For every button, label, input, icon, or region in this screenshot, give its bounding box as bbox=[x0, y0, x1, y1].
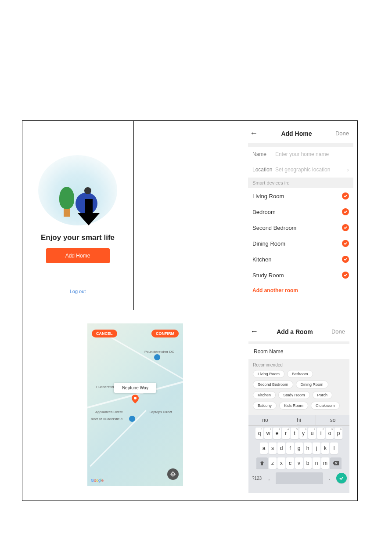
confirm-button[interactable]: CONFIRM bbox=[151, 330, 179, 337]
key-s[interactable]: s bbox=[269, 443, 277, 454]
key-period[interactable]: . bbox=[324, 476, 335, 481]
suggestion[interactable]: no bbox=[248, 415, 282, 425]
room-label: Bedroom bbox=[252, 209, 276, 215]
room-label: Second Bedroom bbox=[252, 225, 296, 231]
key-enter[interactable] bbox=[336, 473, 347, 483]
key-comma[interactable]: , bbox=[263, 476, 275, 481]
map-poi-label: Poundstretcher DC bbox=[144, 350, 174, 354]
chip-living-room[interactable]: Living Room bbox=[253, 370, 284, 378]
room-row-kitchen[interactable]: Kitchen bbox=[248, 251, 353, 267]
key-o[interactable]: 9o bbox=[326, 428, 334, 439]
key-a[interactable]: a bbox=[260, 443, 268, 454]
recommended-block: Recommended Living Room Bedroom Second B… bbox=[248, 359, 349, 415]
chip-porch[interactable]: Porch bbox=[313, 391, 333, 399]
location-label: Location bbox=[252, 167, 275, 173]
separator bbox=[248, 143, 353, 147]
key-r[interactable]: 4r bbox=[282, 428, 290, 439]
key-w[interactable]: 2w bbox=[264, 428, 272, 439]
name-row[interactable]: Name Enter your home name bbox=[248, 147, 353, 162]
key-l[interactable]: l bbox=[330, 443, 338, 454]
key-b[interactable]: b bbox=[304, 457, 312, 469]
svg-point-0 bbox=[134, 397, 137, 399]
add-another-room-link[interactable]: Add another room bbox=[248, 283, 353, 298]
back-icon[interactable]: ← bbox=[250, 129, 258, 138]
plant-graphic bbox=[60, 186, 73, 217]
key-t[interactable]: 5t bbox=[291, 428, 298, 439]
screen-map-location[interactable]: CANCEL CONFIRM Poundstretcher DC Hudders… bbox=[87, 323, 183, 486]
suggestion[interactable]: so bbox=[316, 415, 349, 425]
key-p[interactable]: 0p bbox=[334, 428, 342, 439]
name-placeholder: Enter your home name bbox=[275, 151, 349, 157]
recommended-label: Recommended bbox=[253, 363, 345, 367]
key-q[interactable]: 1q bbox=[255, 428, 263, 439]
map-poi-label: mart of Huddersfield bbox=[91, 417, 122, 421]
screen-add-room: ← Add a Room Done Room Name Recommended … bbox=[248, 323, 349, 493]
chip-balcony[interactable]: Balcony bbox=[253, 402, 277, 410]
chip-dining-room[interactable]: Dining Room bbox=[296, 381, 328, 388]
chip-second-bedroom[interactable]: Second Bedroom bbox=[253, 381, 293, 388]
key-e[interactable]: 3e bbox=[273, 428, 281, 439]
chip-kitchen[interactable]: Kitchen bbox=[253, 391, 276, 399]
room-row-study-room[interactable]: Study Room bbox=[248, 267, 353, 283]
key-z[interactable]: z bbox=[269, 457, 277, 469]
key-k[interactable]: k bbox=[321, 443, 329, 454]
room-label: Living Room bbox=[252, 193, 284, 200]
check-icon[interactable] bbox=[342, 224, 349, 231]
key-spacebar[interactable] bbox=[276, 472, 323, 484]
key-backspace[interactable] bbox=[330, 457, 342, 469]
key-x[interactable]: x bbox=[277, 457, 285, 469]
chip-bedroom[interactable]: Bedroom bbox=[287, 370, 313, 378]
chevron-right-icon: › bbox=[347, 166, 349, 173]
done-button[interactable]: Done bbox=[331, 328, 345, 335]
logout-link[interactable]: Log out bbox=[70, 289, 86, 294]
key-v[interactable]: v bbox=[295, 457, 303, 469]
add-room-header: ← Add a Room Done bbox=[248, 323, 349, 341]
room-row-second-bedroom[interactable]: Second Bedroom bbox=[248, 220, 353, 236]
done-button[interactable]: Done bbox=[335, 130, 349, 137]
check-icon[interactable] bbox=[342, 272, 349, 279]
poi-pin-icon bbox=[154, 354, 160, 360]
add-room-title: Add a Room bbox=[277, 328, 313, 335]
key-j[interactable]: j bbox=[313, 443, 320, 454]
back-icon[interactable]: ← bbox=[250, 327, 258, 336]
location-row[interactable]: Location Set geographic location › bbox=[248, 162, 353, 178]
key-f[interactable]: f bbox=[286, 443, 294, 454]
check-icon[interactable] bbox=[342, 256, 349, 263]
suggestion[interactable]: hi bbox=[282, 415, 316, 425]
key-shift[interactable] bbox=[256, 457, 268, 469]
key-m[interactable]: m bbox=[321, 457, 329, 469]
chip-kids-room[interactable]: Kids Room bbox=[279, 402, 308, 410]
check-icon[interactable] bbox=[342, 192, 349, 200]
svg-point-2 bbox=[173, 474, 174, 475]
key-i[interactable]: 8i bbox=[317, 428, 325, 439]
add-home-title: Add Home bbox=[281, 130, 312, 137]
keyboard-row-4: ?123 , . bbox=[248, 471, 349, 486]
room-row-dining-room[interactable]: Dining Room bbox=[248, 236, 353, 251]
room-row-bedroom[interactable]: Bedroom bbox=[248, 204, 353, 220]
map-poi-label: Laptops Direct bbox=[149, 410, 172, 414]
room-row-living-room[interactable]: Living Room bbox=[248, 188, 353, 204]
map-poi-label: Huddersfield bbox=[96, 385, 116, 389]
add-home-button[interactable]: Add Home bbox=[46, 248, 110, 263]
my-location-button[interactable] bbox=[167, 468, 179, 480]
row-1: Enjoy your smart life Add Home Log out ←… bbox=[22, 120, 358, 310]
key-d[interactable]: d bbox=[277, 443, 285, 454]
cancel-button[interactable]: CANCEL bbox=[92, 330, 117, 337]
key-y[interactable]: 6y bbox=[299, 428, 307, 439]
check-icon[interactable] bbox=[342, 208, 349, 215]
key-n[interactable]: n bbox=[313, 457, 320, 469]
room-name-field[interactable]: Room Name bbox=[248, 344, 349, 359]
check-icon[interactable] bbox=[342, 240, 349, 247]
location-pin-icon bbox=[132, 395, 139, 405]
key-g[interactable]: g bbox=[295, 443, 303, 454]
chip-cloakroom[interactable]: Cloakroom bbox=[311, 402, 340, 410]
key-c[interactable]: c bbox=[286, 457, 294, 469]
keyboard-row-1: 1q 2w 3e 4r 5t 6y 7u 8i 9o 0p bbox=[248, 426, 349, 441]
key-h[interactable]: h bbox=[304, 443, 312, 454]
key-symbols[interactable]: ?123 bbox=[251, 476, 263, 481]
keyboard-row-2: a s d f g h j k l bbox=[248, 441, 349, 456]
room-label: Study Room bbox=[252, 272, 284, 279]
document-figure-grid: Enjoy your smart life Add Home Log out ←… bbox=[22, 120, 358, 501]
chip-study-room[interactable]: Study Room bbox=[278, 391, 310, 399]
key-u[interactable]: 7u bbox=[308, 428, 316, 439]
